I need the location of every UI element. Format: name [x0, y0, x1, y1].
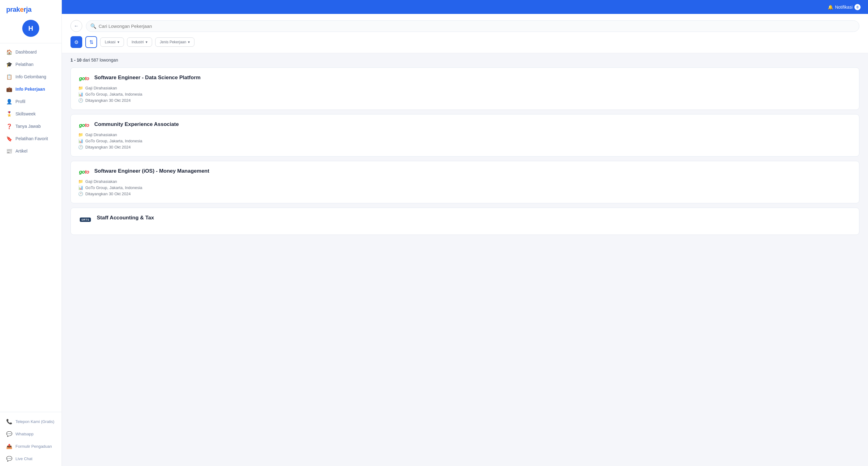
job-posted: Ditayangkan 30 Okt 2024	[85, 192, 131, 196]
notification-badge: 0	[855, 4, 861, 10]
chevron-down-icon: ▾	[146, 40, 148, 44]
bottom-icon-formulir: 📤	[6, 443, 12, 449]
job-company: GoTo Group, Jakarta, Indonesia	[85, 185, 142, 190]
nav-label-tanya-jawab: Tanya Jawab	[16, 124, 41, 129]
building-icon: 📊	[78, 92, 83, 96]
bottom-label-live-chat: Live Chat	[16, 457, 32, 461]
nav-icon-dashboard: 🏠	[6, 49, 12, 55]
logo-accent: e	[20, 6, 24, 13]
sidebar-item-skillsweek[interactable]: 🎖️ Skillsweek	[0, 108, 62, 120]
sidebar-bottom: 📞 Telepon Kami (Gratis) 💬 Whatsapp 📤 For…	[0, 412, 62, 466]
goto-logo: goto	[78, 122, 90, 129]
job-salary: Gaji Dirahasiakan	[85, 133, 117, 137]
lokasi-label: Lokasi	[105, 40, 116, 44]
industri-dropdown[interactable]: Industri ▾	[127, 37, 152, 47]
sidebar-item-pelatihan-favorit[interactable]: 🔖 Pelatihan Favorit	[0, 133, 62, 145]
job-card-header: goto Software Engineer - Data Science Pl…	[78, 75, 851, 82]
avatar-wrap: H	[0, 17, 62, 42]
job-posted-row: 🕐 Ditayangkan 30 Okt 2024	[78, 145, 851, 149]
goto-logo: goto	[78, 169, 90, 175]
sidebar-item-artikel[interactable]: 📰 Artikel	[0, 145, 62, 157]
nav-label-pelatihan: Pelatihan	[16, 62, 33, 67]
job-company-row: 📊 GoTo Group, Jakarta, Indonesia	[78, 185, 851, 190]
notification-button[interactable]: 🔔 Notifikasi 0	[828, 4, 861, 10]
nav-icon-pelatihan: 🎓	[6, 61, 12, 67]
briefcase-icon: 📁	[78, 86, 83, 90]
results-count: 1 - 10 dari 587 lowongan	[62, 53, 868, 65]
job-card[interactable]: goto Community Experience Associate 📁 Ga…	[70, 114, 859, 156]
sidebar-item-dashboard[interactable]: 🏠 Dashboard	[0, 46, 62, 58]
sidebar-bottom-item-whatsapp[interactable]: 💬 Whatsapp	[0, 428, 62, 440]
job-posted-row: 🕐 Ditayangkan 30 Okt 2024	[78, 192, 851, 196]
nav-label-artikel: Artikel	[16, 148, 28, 153]
bottom-icon-telepon: 📞	[6, 418, 12, 425]
job-salary-row: 📁 Gaji Dirahasiakan	[78, 133, 851, 137]
job-card-header: goto Community Experience Associate	[78, 121, 851, 129]
job-company: GoTo Group, Jakarta, Indonesia	[85, 92, 142, 96]
nav-icon-tanya-jawab: ❓	[6, 123, 12, 129]
sidebar-bottom-item-telepon[interactable]: 📞 Telepon Kami (Gratis)	[0, 415, 62, 428]
sliders-icon: ⚙	[74, 39, 79, 45]
lokasi-dropdown[interactable]: Lokasi ▾	[100, 37, 124, 47]
job-title: Software Engineer (iOS) - Money Manageme…	[94, 168, 209, 174]
nav-label-info-gelombang: Info Gelombang	[16, 74, 46, 79]
bottom-icon-live-chat: 💬	[6, 456, 12, 462]
job-title: Community Experience Associate	[94, 121, 179, 127]
building-icon: 📊	[78, 185, 83, 190]
search-input-wrap: 🔍	[86, 21, 859, 32]
sidebar-item-info-gelombang[interactable]: 📋 Info Gelombang	[0, 70, 62, 83]
job-meta: 📁 Gaji Dirahasiakan 📊 GoTo Group, Jakart…	[78, 86, 851, 103]
clock-icon: 🕐	[78, 145, 83, 149]
goto-logo: goto	[78, 75, 90, 82]
sidebar-item-profil[interactable]: 👤 Profil	[0, 95, 62, 108]
job-posted-row: 🕐 Ditayangkan 30 Okt 2024	[78, 98, 851, 103]
nav-icon-info-gelombang: 📋	[6, 74, 12, 80]
job-card[interactable]: SRTS Staff Accounting & Tax	[70, 208, 859, 235]
nav-label-skillsweek: Skillsweek	[16, 111, 35, 116]
clock-icon: 🕐	[78, 98, 83, 103]
job-salary-row: 📁 Gaji Dirahasiakan	[78, 86, 851, 90]
nav-icon-profil: 👤	[6, 98, 12, 105]
job-card[interactable]: goto Software Engineer (iOS) - Money Man…	[70, 161, 859, 203]
search-input[interactable]	[86, 21, 859, 32]
job-title: Staff Accounting & Tax	[97, 215, 154, 221]
filter-toggle-button[interactable]: ⚙	[70, 36, 82, 48]
nav-label-pelatihan-favorit: Pelatihan Favorit	[16, 136, 48, 141]
job-card[interactable]: goto Software Engineer - Data Science Pl…	[70, 67, 859, 110]
srts-logo: SRTS	[78, 215, 92, 224]
job-card-header: goto Software Engineer (iOS) - Money Man…	[78, 168, 851, 175]
chevron-down-icon: ▾	[118, 40, 119, 44]
nav-icon-artikel: 📰	[6, 148, 12, 154]
sidebar-item-info-pekerjaan[interactable]: 💼 Info Pekerjaan	[0, 83, 62, 95]
sidebar-item-pelatihan[interactable]: 🎓 Pelatihan	[0, 58, 62, 70]
search-bar-row: ← 🔍	[70, 20, 859, 32]
briefcase-icon: 📁	[78, 133, 83, 137]
nav-label-profil: Profil	[16, 99, 25, 104]
job-posted: Ditayangkan 30 Okt 2024	[85, 145, 131, 149]
briefcase-icon: 📁	[78, 179, 83, 184]
header: 🔔 Notifikasi 0	[62, 0, 868, 14]
filter-row: ⚙ ⇅ Lokasi ▾ Industri ▾ Jenis Pekerjaan …	[70, 36, 859, 48]
sort-button[interactable]: ⇅	[85, 36, 97, 48]
content-area: ← 🔍 ⚙ ⇅ Lokasi ▾ Industri	[62, 14, 868, 466]
job-posted: Ditayangkan 30 Okt 2024	[85, 98, 131, 103]
jenis-pekerjaan-dropdown[interactable]: Jenis Pekerjaan ▾	[155, 37, 194, 47]
sidebar-item-tanya-jawab[interactable]: ❓ Tanya Jawab	[0, 120, 62, 133]
sidebar: prakerja H 🏠 Dashboard 🎓 Pelatihan 📋 Inf…	[0, 0, 62, 466]
nav-label-dashboard: Dashboard	[16, 50, 37, 55]
job-company: GoTo Group, Jakarta, Indonesia	[85, 139, 142, 143]
avatar: H	[22, 20, 39, 37]
sidebar-bottom-item-live-chat[interactable]: 💬 Live Chat	[0, 453, 62, 465]
nav-icon-skillsweek: 🎖️	[6, 111, 12, 117]
job-meta: 📁 Gaji Dirahasiakan 📊 GoTo Group, Jakart…	[78, 133, 851, 149]
job-list: goto Software Engineer - Data Science Pl…	[62, 65, 868, 248]
logo: prakerja	[0, 0, 62, 17]
search-icon: 🔍	[90, 23, 96, 29]
building-icon: 📊	[78, 139, 83, 143]
job-title: Software Engineer - Data Science Platfor…	[94, 75, 200, 81]
clock-icon: 🕐	[78, 192, 83, 196]
nav-icon-info-pekerjaan: 💼	[6, 86, 12, 92]
sort-icon: ⇅	[89, 39, 93, 45]
sidebar-bottom-item-formulir[interactable]: 📤 Formulir Pengaduan	[0, 440, 62, 453]
back-button[interactable]: ←	[70, 20, 82, 32]
